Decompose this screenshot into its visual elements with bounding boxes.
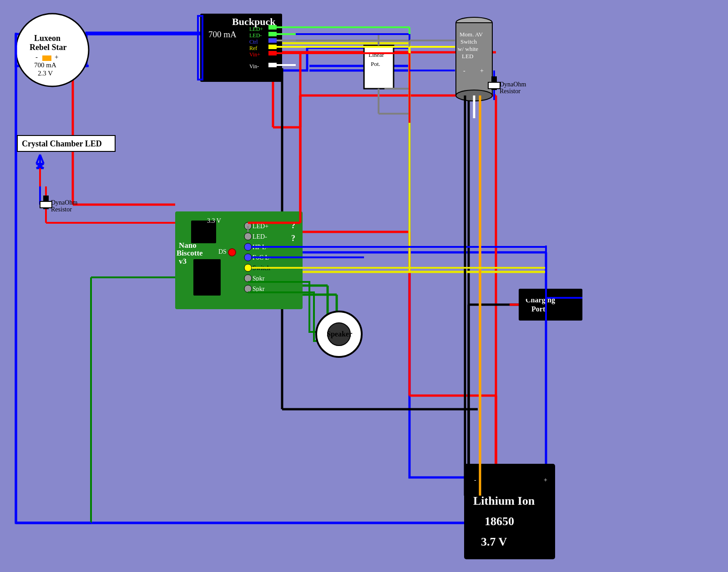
svg-point-83 (228, 249, 236, 256)
battery-neg: - (474, 477, 476, 483)
nb-pin-spkr1: Spkr (253, 275, 265, 282)
svg-point-86 (244, 233, 252, 240)
svg-rect-115 (464, 464, 555, 559)
svg-text:LED+: LED+ (249, 26, 263, 32)
svg-rect-109 (488, 82, 500, 89)
luxeon-label: Luxeon (34, 34, 61, 43)
battery-label: Lithium Ion (473, 494, 535, 507)
svg-rect-76 (40, 201, 52, 208)
battery-18650: 18650 (485, 515, 514, 528)
svg-text:Vin-: Vin- (249, 63, 259, 70)
mom-switch-pos: + (480, 67, 484, 74)
svg-rect-112 (519, 289, 582, 321)
svg-rect-64 (42, 55, 51, 61)
nano-biscotte-sublabel: Biscotte (177, 249, 203, 257)
svg-text:Ref: Ref (249, 45, 257, 51)
dynaohm2-label: DynaOhm (500, 81, 526, 88)
charging-port-sublabel: Port (531, 305, 546, 313)
linear-pot-sublabel: Pot. (371, 60, 380, 67)
diagram-container: Buckpuck 700 mA LED+ LED- Ctrl Ref Vin+ … (0, 0, 728, 572)
mom-switch-sublabel1: Switch (460, 38, 477, 45)
svg-rect-53 (268, 45, 277, 49)
nano-biscotte-v3: v3 (179, 257, 187, 266)
dynaohm1-label: DynaOhm (51, 199, 77, 206)
svg-rect-50 (268, 25, 277, 30)
luxeon-voltage: 2.3 V (38, 70, 53, 77)
svg-rect-51 (268, 32, 277, 36)
nb-pin-spkr2: Spkr (253, 286, 265, 292)
mom-switch-sublabel2: w/ white (458, 45, 478, 52)
luxeon-700ma: 700 mA (34, 61, 56, 69)
luxeon-rebel-star: Rebel Star (30, 43, 66, 52)
svg-rect-54 (268, 51, 277, 55)
battery-voltage: 3.7 V (481, 535, 507, 548)
svg-point-94 (244, 285, 252, 292)
nb-pin-led-minus: LED- (253, 233, 267, 240)
svg-point-89 (244, 254, 252, 261)
mom-switch-label: Mom. AV (460, 31, 483, 38)
nb-voltage: 3.3 V (207, 217, 221, 224)
svg-point-91 (244, 264, 252, 271)
svg-rect-82 (193, 259, 221, 296)
speaker-label: Speaker (327, 330, 352, 338)
svg-rect-55 (268, 63, 277, 67)
question2: ? (291, 234, 295, 243)
svg-text:Vin+: Vin+ (249, 51, 260, 58)
svg-point-93 (244, 275, 252, 282)
svg-text:LED-: LED- (249, 32, 262, 39)
dynaohm1-resistor: Resistor (51, 206, 72, 213)
nb-ds: DS (218, 248, 227, 255)
dynaohm2-resistor: Resistor (500, 88, 521, 95)
svg-text:Ctrl: Ctrl (249, 39, 258, 45)
battery-pos: + (544, 477, 547, 483)
luxeon-pos: + (55, 53, 58, 60)
luxeon-neg: - (35, 53, 38, 60)
svg-rect-52 (268, 38, 277, 43)
svg-point-87 (244, 243, 252, 251)
mom-switch-neg: - (463, 67, 465, 74)
crystal-chamber-led-label: Crystal Chamber LED (22, 139, 102, 148)
buckpuck-700ma: 700 mA (208, 30, 237, 39)
mom-switch-sublabel3: LED (462, 53, 473, 60)
